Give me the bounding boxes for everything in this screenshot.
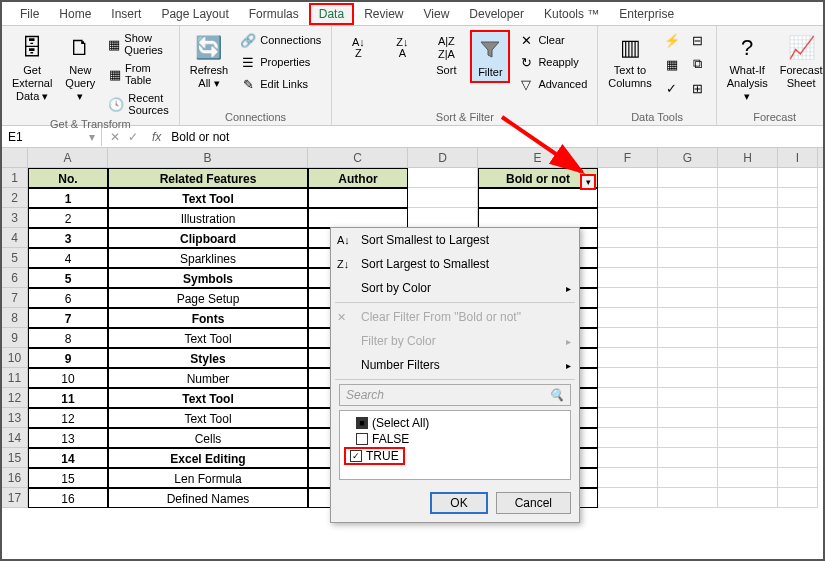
col-header-B[interactable]: B	[108, 148, 308, 167]
col-header-E[interactable]: E	[478, 148, 598, 167]
cancel-button[interactable]: Cancel	[496, 492, 571, 514]
filter-dropdown-button[interactable]: ▾	[580, 174, 596, 190]
cell[interactable]: Number	[108, 368, 308, 388]
cell[interactable]	[598, 168, 658, 188]
cell[interactable]	[718, 468, 778, 488]
cell[interactable]	[718, 488, 778, 508]
cell[interactable]	[598, 288, 658, 308]
col-header-H[interactable]: H	[718, 148, 778, 167]
cell[interactable]	[658, 488, 718, 508]
flash-fill-button[interactable]: ⚡	[660, 30, 684, 50]
relationships-button[interactable]: ⧉	[686, 54, 710, 74]
cell[interactable]: 5	[28, 268, 108, 288]
cell[interactable]: Text Tool	[108, 388, 308, 408]
data-validation-button[interactable]: ✓	[660, 78, 684, 98]
cell[interactable]	[718, 408, 778, 428]
cell[interactable]: Text Tool	[108, 328, 308, 348]
cell[interactable]: Symbols	[108, 268, 308, 288]
cell[interactable]	[598, 468, 658, 488]
cell[interactable]	[658, 268, 718, 288]
cell[interactable]: 3	[28, 228, 108, 248]
cell[interactable]	[658, 468, 718, 488]
cell[interactable]	[598, 368, 658, 388]
cell[interactable]	[658, 288, 718, 308]
cell[interactable]	[658, 248, 718, 268]
cell[interactable]	[718, 208, 778, 228]
cell[interactable]	[778, 208, 818, 228]
col-header-F[interactable]: F	[598, 148, 658, 167]
cell[interactable]	[598, 348, 658, 368]
formula-input[interactable]: Bold or not	[167, 130, 233, 144]
from-table-button[interactable]: ▦From Table	[104, 60, 172, 88]
tab-review[interactable]: Review	[354, 3, 413, 25]
cell[interactable]: 10	[28, 368, 108, 388]
col-header-G[interactable]: G	[658, 148, 718, 167]
col-header-I[interactable]: I	[778, 148, 818, 167]
cell[interactable]: Clipboard	[108, 228, 308, 248]
cell[interactable]	[658, 168, 718, 188]
sort-desc-item[interactable]: Z↓Sort Largest to Smallest	[331, 252, 579, 276]
row-header[interactable]: 10	[2, 348, 28, 368]
cell[interactable]: 16	[28, 488, 108, 508]
cell[interactable]	[658, 448, 718, 468]
row-header[interactable]: 5	[2, 248, 28, 268]
cell[interactable]	[598, 228, 658, 248]
cell[interactable]: Illustration	[108, 208, 308, 228]
advanced-button[interactable]: ▽Advanced	[514, 74, 591, 94]
cell[interactable]	[658, 208, 718, 228]
row-header[interactable]: 4	[2, 228, 28, 248]
cell[interactable]	[718, 388, 778, 408]
row-header[interactable]: 3	[2, 208, 28, 228]
true-checkbox[interactable]: ✓TRUE	[344, 447, 405, 465]
cell[interactable]	[778, 188, 818, 208]
cell[interactable]	[778, 308, 818, 328]
cell[interactable]	[598, 268, 658, 288]
cell[interactable]	[718, 168, 778, 188]
cell[interactable]	[718, 328, 778, 348]
row-header[interactable]: 6	[2, 268, 28, 288]
tab-insert[interactable]: Insert	[101, 3, 151, 25]
cell[interactable]: 9	[28, 348, 108, 368]
cell[interactable]: Text Tool	[108, 408, 308, 428]
number-filters-item[interactable]: Number Filters▸	[331, 353, 579, 377]
cell[interactable]	[778, 388, 818, 408]
row-header[interactable]: 15	[2, 448, 28, 468]
cell[interactable]	[778, 428, 818, 448]
cell[interactable]	[718, 368, 778, 388]
row-header[interactable]: 8	[2, 308, 28, 328]
cell[interactable]	[778, 248, 818, 268]
consolidate-button[interactable]: ⊟	[686, 30, 710, 50]
select-all-checkbox[interactable]: ■(Select All)	[344, 415, 566, 431]
cell[interactable]	[598, 248, 658, 268]
sort-asc-item[interactable]: A↓Sort Smallest to Largest	[331, 228, 579, 252]
cell[interactable]: 15	[28, 468, 108, 488]
cell[interactable]	[778, 468, 818, 488]
cell[interactable]	[598, 188, 658, 208]
tab-page-layout[interactable]: Page Layout	[151, 3, 238, 25]
cell[interactable]: 4	[28, 248, 108, 268]
cell[interactable]	[718, 428, 778, 448]
cell[interactable]: Fonts	[108, 308, 308, 328]
row-header[interactable]: 12	[2, 388, 28, 408]
cell[interactable]	[718, 448, 778, 468]
tab-formulas[interactable]: Formulas	[239, 3, 309, 25]
clear-filter-button[interactable]: ✕Clear	[514, 30, 591, 50]
cell[interactable]: 14	[28, 448, 108, 468]
connections-button[interactable]: 🔗Connections	[236, 30, 325, 50]
cell[interactable]	[408, 208, 478, 228]
fx-icon[interactable]: fx	[146, 130, 167, 144]
sort-button[interactable]: A|ZZ|ASort	[426, 30, 466, 79]
filter-button[interactable]: Filter	[470, 30, 510, 83]
cell[interactable]	[308, 208, 408, 228]
cell[interactable]	[778, 488, 818, 508]
cell[interactable]	[598, 448, 658, 468]
cell[interactable]	[778, 228, 818, 248]
cell[interactable]	[718, 188, 778, 208]
header-features[interactable]: Related Features	[108, 168, 308, 188]
cell[interactable]	[718, 248, 778, 268]
cell[interactable]	[658, 188, 718, 208]
get-external-data-button[interactable]: 🗄Get External Data ▾	[8, 30, 56, 106]
cell[interactable]	[778, 288, 818, 308]
cell[interactable]	[658, 408, 718, 428]
refresh-all-button[interactable]: 🔄Refresh All ▾	[186, 30, 233, 92]
